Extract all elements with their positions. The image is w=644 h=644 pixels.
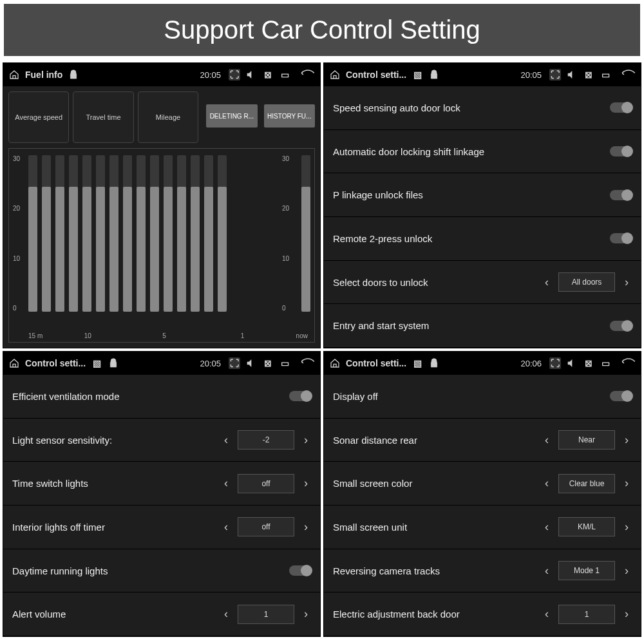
chevron-right-icon[interactable]: ›	[621, 477, 632, 490]
tab-average-speed[interactable]: Average speed	[8, 91, 69, 143]
chevron-left-icon[interactable]: ‹	[221, 477, 231, 490]
mute-icon[interactable]	[245, 357, 257, 369]
tab-travel-time[interactable]: Travel time	[73, 91, 133, 143]
screenshot-icon[interactable]: ⛶	[229, 357, 240, 369]
setting-row: Daytime running lights	[3, 549, 320, 593]
chevron-right-icon[interactable]: ›	[621, 564, 632, 578]
back-icon[interactable]	[616, 357, 636, 369]
chevron-left-icon[interactable]: ‹	[542, 564, 552, 578]
setting-label: Efficient ventilation mode	[12, 391, 289, 402]
now-bar	[301, 155, 310, 312]
topbar: Fuel info 20:05 ⛶ ⊠ ▭	[3, 63, 320, 86]
screenshot-icon[interactable]: ⛶	[229, 69, 240, 80]
panel-control-1: Control setti... ▧ 20:05 ⛶ ⊠ ▭ Speed sen…	[323, 62, 641, 348]
setting-row: Automatic door locking shift linkage	[324, 130, 641, 174]
home-icon[interactable]	[8, 69, 20, 80]
tab-mileage[interactable]: Mileage	[138, 91, 198, 143]
mute-icon[interactable]	[245, 69, 257, 80]
toggle-switch[interactable]	[610, 102, 632, 113]
windows-icon[interactable]: ▭	[279, 357, 290, 369]
chevron-left-icon[interactable]: ‹	[542, 477, 552, 490]
chevron-right-icon[interactable]: ›	[301, 607, 311, 621]
windows-icon[interactable]: ▭	[600, 69, 611, 80]
home-icon[interactable]	[329, 69, 341, 80]
value-box[interactable]: Clear blue	[558, 474, 615, 493]
toggle-switch[interactable]	[289, 565, 311, 576]
setting-row: Sonar distance rear‹Near›	[324, 419, 641, 462]
toggle-switch[interactable]	[610, 190, 632, 200]
setting-row: Electric adjustment back door‹1›	[324, 592, 641, 636]
mute-icon[interactable]	[566, 357, 578, 369]
y-axis-right: 30 20 10 0	[282, 155, 294, 312]
toggle-switch[interactable]	[610, 391, 632, 401]
chevron-left-icon[interactable]: ‹	[221, 607, 231, 621]
value-box[interactable]: All doors	[558, 272, 615, 292]
close-app-icon[interactable]: ⊠	[583, 69, 594, 80]
chevron-left-icon[interactable]: ‹	[221, 520, 231, 534]
x-axis: 15 m 10 5 1 now	[28, 332, 308, 339]
setting-label: Automatic door locking shift linkage	[333, 146, 610, 157]
value-box[interactable]: Near	[558, 430, 615, 450]
back-icon[interactable]	[616, 69, 636, 80]
value-box[interactable]: 1	[238, 605, 294, 624]
tabs-row: Average speed Travel time Mileage DELETI…	[3, 86, 320, 146]
windows-icon[interactable]: ▭	[600, 357, 611, 369]
screenshot-icon[interactable]: ⛶	[549, 357, 561, 369]
chevron-right-icon[interactable]: ›	[621, 433, 632, 447]
chevron-right-icon[interactable]: ›	[301, 477, 311, 490]
windows-icon[interactable]: ▭	[279, 69, 290, 80]
toggle-switch[interactable]	[610, 233, 632, 243]
chevron-right-icon[interactable]: ›	[621, 607, 632, 621]
close-app-icon[interactable]: ⊠	[583, 357, 594, 369]
screenshot-icon[interactable]: ⛶	[549, 69, 561, 80]
chevron-left-icon[interactable]: ‹	[542, 276, 552, 289]
chevron-right-icon[interactable]: ›	[301, 433, 311, 447]
setting-label: Display off	[333, 391, 610, 402]
close-app-icon[interactable]: ⊠	[262, 69, 274, 80]
toggle-switch[interactable]	[610, 146, 632, 156]
delete-button[interactable]: DELETING R...	[206, 104, 257, 128]
value-box[interactable]: -2	[238, 430, 294, 450]
panel-control-2: Control setti... ▧ 20:05 ⛶ ⊠ ▭ Efficient…	[3, 351, 321, 637]
fuel-chart: 30 20 10 0	[8, 148, 315, 343]
home-icon[interactable]	[329, 357, 341, 369]
panel-title: Control setti...	[346, 70, 406, 80]
mute-icon[interactable]	[566, 69, 578, 80]
setting-row: Reversing camera tracks‹Mode 1›	[324, 549, 641, 593]
lock-icon	[428, 357, 440, 369]
topbar: Control setti... ▧ 20:05 ⛶ ⊠ ▭	[324, 63, 641, 86]
value-stepper: ‹Clear blue›	[542, 474, 632, 493]
setting-row: Entry and start system	[324, 304, 641, 348]
chevron-left-icon[interactable]: ‹	[221, 433, 231, 447]
chevron-left-icon[interactable]: ‹	[542, 520, 552, 534]
chevron-right-icon[interactable]: ›	[621, 520, 632, 534]
back-icon[interactable]	[296, 357, 315, 369]
value-box[interactable]: off	[238, 474, 294, 493]
value-box[interactable]: Mode 1	[558, 561, 615, 580]
value-stepper: ‹KM/L›	[542, 517, 632, 536]
panel-control-3: Control setti... ▧ 20:06 ⛶ ⊠ ▭ Display o…	[323, 351, 641, 637]
chevron-right-icon[interactable]: ›	[301, 520, 311, 534]
setting-row: Interior lights off timer‹off›	[3, 506, 320, 549]
value-stepper: ‹1›	[221, 605, 311, 624]
home-icon[interactable]	[8, 357, 20, 369]
value-stepper: ‹off›	[221, 474, 311, 493]
value-box[interactable]: off	[238, 517, 294, 536]
setting-label: Select doors to unlock	[333, 277, 542, 288]
toggle-switch[interactable]	[289, 391, 311, 401]
chevron-left-icon[interactable]: ‹	[542, 433, 552, 447]
value-box[interactable]: 1	[558, 605, 615, 624]
value-stepper: ‹-2›	[221, 430, 311, 450]
panel-title: Control setti...	[346, 358, 406, 368]
back-icon[interactable]	[296, 69, 315, 80]
clock-time: 20:05	[200, 70, 221, 80]
chevron-left-icon[interactable]: ‹	[542, 607, 552, 621]
history-button[interactable]: HISTORY FU...	[264, 104, 315, 128]
close-app-icon[interactable]: ⊠	[262, 357, 274, 369]
lock-icon	[68, 69, 79, 80]
settings-list: Display offSonar distance rear‹Near›Smal…	[324, 375, 641, 636]
value-box[interactable]: KM/L	[558, 517, 615, 536]
chevron-right-icon[interactable]: ›	[621, 276, 632, 289]
toggle-switch[interactable]	[610, 321, 632, 331]
value-stepper: ‹All doors›	[542, 272, 632, 292]
